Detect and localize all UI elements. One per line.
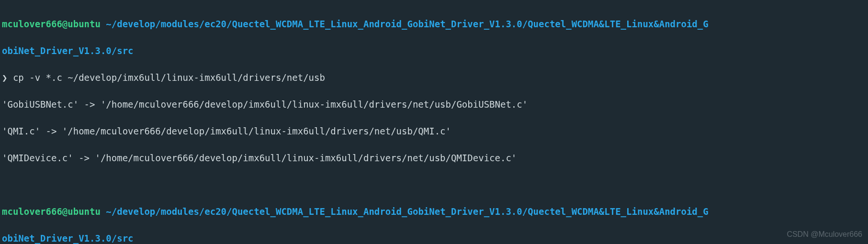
prompt-line-2: obiNet_Driver_V1.3.0/src xyxy=(2,44,866,57)
cwd-part1: ~/develop/modules/ec20/Quectel_WCDMA_LTE… xyxy=(106,206,708,217)
command-text-1: cp -v *.c ~/develop/imx6ull/linux-imx6ul… xyxy=(13,72,325,83)
output-line: 'QMI.c' -> '/home/mculover666/develop/im… xyxy=(2,124,866,138)
blank-line xyxy=(2,178,866,191)
prompt-symbol: ❯ xyxy=(2,72,7,83)
output-line: 'QMIDevice.c' -> '/home/mculover666/deve… xyxy=(2,151,866,165)
cwd-part2: obiNet_Driver_V1.3.0/src xyxy=(2,45,134,56)
user-host: mculover666@ubuntu xyxy=(2,19,101,29)
cwd-part2: obiNet_Driver_V1.3.0/src xyxy=(2,233,134,244)
prompt-line-1: mculover666@ubuntu ~/develop/modules/ec2… xyxy=(2,205,866,218)
prompt-line-1: mculover666@ubuntu ~/develop/modules/ec2… xyxy=(2,17,866,31)
terminal[interactable]: mculover666@ubuntu ~/develop/modules/ec2… xyxy=(0,0,868,244)
watermark: CSDN @Mculover666 xyxy=(787,228,862,241)
command-line-1[interactable]: ❯ cp -v *.c ~/develop/imx6ull/linux-imx6… xyxy=(2,71,866,84)
user-host: mculover666@ubuntu xyxy=(2,206,101,217)
output-line: 'GobiUSBNet.c' -> '/home/mculover666/dev… xyxy=(2,98,866,111)
cwd-part1: ~/develop/modules/ec20/Quectel_WCDMA_LTE… xyxy=(106,19,708,29)
prompt-line-2: obiNet_Driver_V1.3.0/src xyxy=(2,232,866,244)
